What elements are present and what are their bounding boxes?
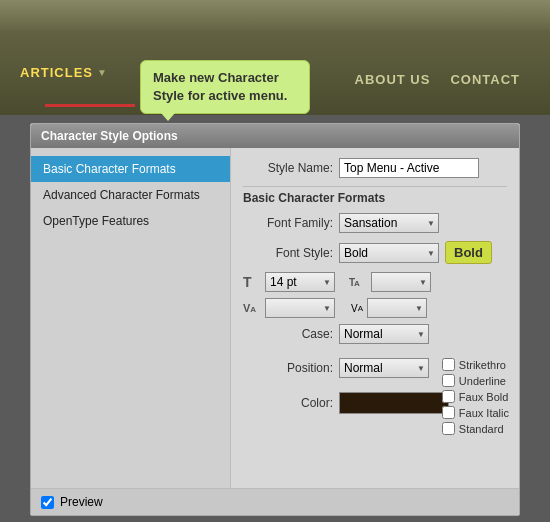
dialog-title: Character Style Options <box>41 129 178 143</box>
faux-italic-checkbox[interactable] <box>442 406 455 419</box>
underline-label: Underline <box>459 375 506 387</box>
case-label: Case: <box>243 327 333 341</box>
case-select-wrapper: Normal <box>339 324 429 344</box>
font-style-select[interactable]: Bold <box>339 243 439 263</box>
tracking-select[interactable] <box>371 272 431 292</box>
font-family-row: Font Family: Sansation <box>243 213 507 233</box>
tracking-select-2-wrapper <box>367 298 427 318</box>
strikethrough-checkbox[interactable] <box>442 358 455 371</box>
kerning-select[interactable] <box>265 298 335 318</box>
position-select[interactable]: Normal <box>339 358 429 378</box>
size-select[interactable]: 14 pt <box>265 272 335 292</box>
left-panel-item-basic[interactable]: Basic Character Formats <box>31 156 230 182</box>
kerning-select-wrapper <box>265 298 335 318</box>
style-name-input[interactable] <box>339 158 479 178</box>
font-style-row: Font Style: Bold Bold <box>243 241 507 264</box>
case-select[interactable]: Normal <box>339 324 429 344</box>
style-name-row: Style Name: <box>243 158 507 178</box>
underline-checkbox[interactable] <box>442 374 455 387</box>
nav-right: ABOUT US CONTACT <box>355 72 520 87</box>
font-style-label: Font Style: <box>243 246 333 260</box>
dialog-body: Basic Character Formats Advanced Charact… <box>31 148 519 488</box>
size-row: T 14 pt TA <box>243 272 507 292</box>
faux-bold-label: Faux Bold <box>459 391 509 403</box>
checkbox-faux-italic: Faux Italic <box>442 406 509 419</box>
color-label: Color: <box>243 396 333 410</box>
preview-row: Preview <box>31 488 519 515</box>
position-label: Position: <box>243 361 333 375</box>
left-panel-item-opentype[interactable]: OpenType Features <box>31 208 230 234</box>
nav-bar: ARTICLES ▼ Make new Character Style for … <box>0 0 550 115</box>
nav-bar-top <box>0 0 550 30</box>
divider-1 <box>243 186 507 187</box>
checkbox-underline: Underline <box>442 374 509 387</box>
font-family-select[interactable]: Sansation <box>339 213 439 233</box>
checkbox-strikethrough: Strikethro <box>442 358 509 371</box>
basic-formats-title: Basic Character Formats <box>243 191 507 205</box>
checkbox-faux-bold: Faux Bold <box>442 390 509 403</box>
standard-label: Standard <box>459 423 504 435</box>
font-style-select-wrapper: Bold <box>339 243 439 263</box>
tracking-icon-2: VA <box>351 301 363 315</box>
nav-active-indicator <box>45 104 135 107</box>
color-swatch[interactable] <box>339 392 449 414</box>
right-panel: Style Name: Basic Character Formats Font… <box>231 148 519 488</box>
checkbox-col: Strikethro Underline Faux Bold Faux Ital… <box>442 358 509 435</box>
style-name-label: Style Name: <box>243 161 333 175</box>
standard-checkbox[interactable] <box>442 422 455 435</box>
va-row: VA VA <box>243 298 507 318</box>
nav-item-about[interactable]: ABOUT US <box>355 72 431 87</box>
nav-articles-label: ARTICLES <box>20 65 93 80</box>
tooltip-text: Make new Character Style for active menu… <box>153 70 287 103</box>
left-panel-item-advanced[interactable]: Advanced Character Formats <box>31 182 230 208</box>
nav-items: ARTICLES ▼ <box>20 65 108 80</box>
font-family-select-wrapper: Sansation <box>339 213 439 233</box>
nav-articles-arrow: ▼ <box>97 67 108 78</box>
checkbox-standard: Standard <box>442 422 509 435</box>
left-panel: Basic Character Formats Advanced Charact… <box>31 148 231 488</box>
dialog-title-bar: Character Style Options <box>31 124 519 148</box>
bold-badge: Bold <box>445 241 492 264</box>
preview-label: Preview <box>60 495 103 509</box>
tracking-select-wrapper <box>371 272 431 292</box>
nav-item-articles[interactable]: ARTICLES ▼ <box>20 65 108 80</box>
font-size-icon: T <box>243 274 261 290</box>
tracking-select-2[interactable] <box>367 298 427 318</box>
font-family-label: Font Family: <box>243 216 333 230</box>
case-row: Case: Normal <box>243 324 507 344</box>
faux-italic-label: Faux Italic <box>459 407 509 419</box>
strikethrough-label: Strikethro <box>459 359 506 371</box>
va-icon: VA <box>243 302 261 314</box>
position-select-wrapper: Normal <box>339 358 429 378</box>
size-select-wrapper: 14 pt <box>265 272 335 292</box>
preview-checkbox[interactable] <box>41 496 54 509</box>
faux-bold-checkbox[interactable] <box>442 390 455 403</box>
tracking-icon: TA <box>349 276 367 288</box>
dialog: Character Style Options Basic Character … <box>30 123 520 516</box>
nav-item-contact[interactable]: CONTACT <box>450 72 520 87</box>
tooltip-bubble: Make new Character Style for active menu… <box>140 60 310 114</box>
